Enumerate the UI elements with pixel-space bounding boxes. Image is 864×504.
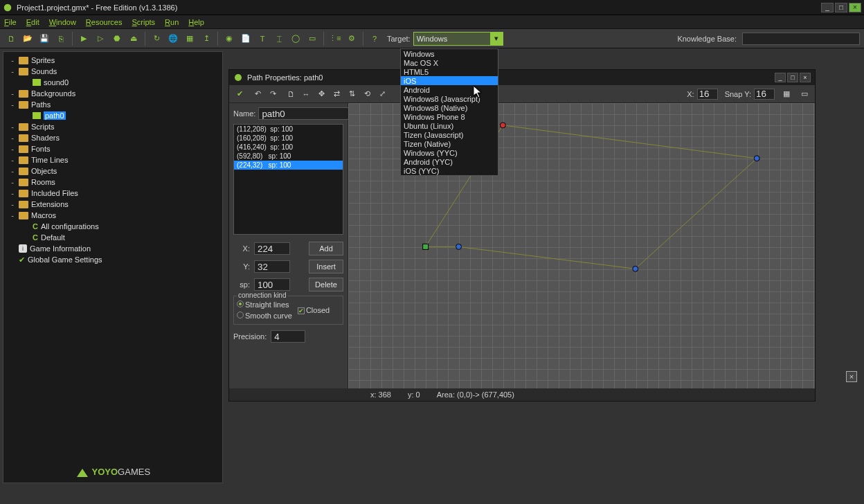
maximize-button[interactable]: □: [835, 3, 847, 12]
room-bg-icon[interactable]: ▭: [798, 88, 811, 100]
export-icon[interactable]: ⎘: [54, 32, 68, 46]
point-list-item[interactable]: (224,32) sp: 100: [234, 161, 343, 170]
expand-icon[interactable]: -: [9, 134, 16, 142]
rotate-icon[interactable]: ⟲: [361, 88, 373, 100]
floating-close-button[interactable]: ×: [846, 371, 857, 382]
target-option[interactable]: Windows Phone 8: [401, 112, 498, 121]
open-icon[interactable]: 📂: [21, 32, 35, 46]
menu-window[interactable]: Window: [49, 18, 76, 26]
target-option[interactable]: Windows: [401, 49, 498, 58]
expand-icon[interactable]: -: [9, 123, 16, 131]
pw-maximize-button[interactable]: □: [787, 73, 798, 82]
save-icon[interactable]: 💾: [37, 32, 51, 46]
room-icon[interactable]: ▭: [305, 32, 319, 46]
expand-icon[interactable]: -: [9, 200, 16, 208]
object-icon[interactable]: ◯: [289, 32, 303, 46]
insert-button[interactable]: Insert: [309, 260, 343, 273]
add-button[interactable]: Add: [309, 242, 343, 255]
settings1-icon[interactable]: ⋮≡: [328, 32, 342, 46]
delete-button[interactable]: Delete: [309, 278, 343, 291]
menu-edit[interactable]: Edit: [26, 18, 39, 26]
refresh-icon[interactable]: ↻: [150, 32, 163, 46]
grid-icon[interactable]: ▦: [780, 88, 793, 100]
mirror-v-icon[interactable]: ⇅: [345, 88, 358, 100]
redo-icon[interactable]: ↷: [267, 88, 279, 100]
tree-row[interactable]: -Shaders: [6, 132, 219, 143]
point-list-item[interactable]: (112,208) sp: 100: [234, 125, 343, 134]
tree-row[interactable]: sound0: [6, 77, 219, 88]
expand-icon[interactable]: -: [9, 211, 16, 219]
compile-icon[interactable]: ⬣: [110, 32, 124, 46]
pw-close-button[interactable]: ×: [800, 73, 811, 82]
y-input[interactable]: [254, 260, 290, 273]
menu-resources[interactable]: Resources: [86, 18, 123, 26]
tree-row[interactable]: -Sounds: [6, 66, 219, 77]
precision-input[interactable]: [271, 330, 305, 343]
snapy-input[interactable]: [754, 89, 775, 100]
undo-icon[interactable]: ↶: [251, 88, 264, 100]
target-option[interactable]: Windows (YYC): [401, 148, 498, 157]
target-option[interactable]: Mac OS X: [401, 58, 498, 67]
upload-icon[interactable]: ↥: [199, 32, 213, 46]
tree-row[interactable]: -Rooms: [6, 177, 219, 188]
expand-icon[interactable]: -: [9, 167, 16, 175]
expand-icon[interactable]: -: [9, 56, 16, 64]
stop-icon[interactable]: ⏏: [127, 32, 141, 46]
globe-icon[interactable]: 🌐: [166, 32, 180, 46]
sp-input[interactable]: [254, 278, 290, 291]
tree-row[interactable]: -Scripts: [6, 121, 219, 132]
point-list-item[interactable]: (416,240) sp: 100: [234, 143, 343, 152]
new-icon[interactable]: 🗋: [4, 32, 18, 46]
tree-row[interactable]: -Extensions: [6, 199, 219, 210]
menu-help[interactable]: Help: [188, 18, 204, 26]
run-normal-icon[interactable]: ▶: [77, 32, 91, 46]
closed-checkbox[interactable]: ✔Closed: [298, 306, 330, 314]
radio-straight[interactable]: Straight lines: [237, 300, 292, 309]
target-option[interactable]: iOS (YYC): [401, 166, 498, 175]
reverse-icon[interactable]: ↔: [300, 88, 312, 100]
target-option[interactable]: iOS: [401, 76, 498, 85]
sprite-icon[interactable]: ◉: [222, 32, 236, 46]
settings2-icon[interactable]: ⚙: [345, 32, 359, 46]
ok-icon[interactable]: ✔: [233, 88, 246, 100]
point-list[interactable]: (112,208) sp: 100(160,208) sp: 100(416,2…: [233, 124, 343, 235]
tree-row[interactable]: path0: [6, 110, 219, 121]
target-option[interactable]: HTML5: [401, 67, 498, 76]
x-input[interactable]: [254, 242, 290, 255]
menu-run[interactable]: Run: [165, 18, 179, 26]
expand-icon[interactable]: -: [9, 67, 16, 75]
target-option[interactable]: Ubuntu (Linux): [401, 121, 498, 130]
kb-input[interactable]: [742, 33, 860, 45]
target-option[interactable]: Android: [401, 85, 498, 94]
point-list-item[interactable]: (160,208) sp: 100: [234, 134, 343, 143]
mirror-h-icon[interactable]: ⇄: [330, 88, 343, 100]
point-list-item[interactable]: (592,80) sp: 100: [234, 152, 343, 161]
tree-row[interactable]: CDefault: [6, 232, 219, 243]
menu-file[interactable]: File: [4, 18, 17, 26]
expand-icon[interactable]: -: [9, 156, 16, 164]
tree-row[interactable]: iGame Information: [6, 243, 219, 254]
tree-row[interactable]: CAll configurations: [6, 221, 219, 232]
tree-row[interactable]: -Fonts: [6, 143, 219, 154]
scale-icon[interactable]: ⤢: [376, 88, 388, 100]
expand-icon[interactable]: -: [9, 89, 16, 98]
target-option[interactable]: Windows8 (Javascript): [401, 94, 498, 103]
tree-row[interactable]: -Backgrounds: [6, 88, 219, 99]
close-button[interactable]: ×: [849, 3, 861, 12]
script-icon[interactable]: 📄: [239, 32, 253, 46]
package-icon[interactable]: ▦: [183, 32, 197, 46]
target-select[interactable]: Windows ▾: [413, 32, 503, 46]
target-option[interactable]: Windows8 (Native): [401, 103, 498, 112]
tree-row[interactable]: -Macros: [6, 210, 219, 221]
tree-row[interactable]: -Included Files: [6, 188, 219, 199]
tree-row[interactable]: -Time Lines: [6, 154, 219, 165]
snapx-input[interactable]: [697, 89, 718, 100]
tree-row[interactable]: -Paths: [6, 99, 219, 110]
target-dropdown[interactable]: WindowsMac OS XHTML5iOSAndroidWindows8 (…: [400, 48, 498, 176]
shift-icon[interactable]: ✥: [315, 88, 327, 100]
minimize-button[interactable]: _: [821, 3, 834, 12]
radio-smooth[interactable]: Smooth curve: [237, 312, 292, 320]
target-option[interactable]: Tizen (Javascript): [401, 130, 498, 139]
target-option[interactable]: Tizen (Native): [401, 139, 498, 148]
clear-icon[interactable]: 🗋: [285, 88, 297, 100]
